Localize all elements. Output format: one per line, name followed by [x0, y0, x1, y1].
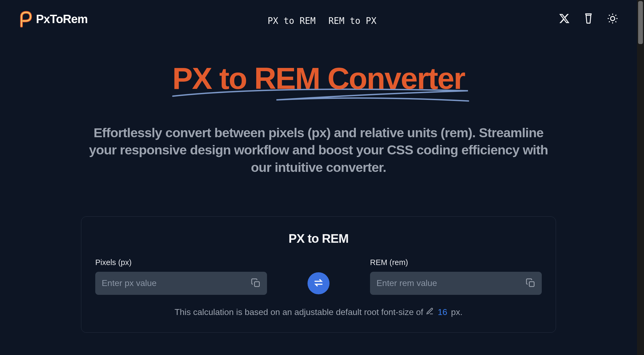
pencil-icon[interactable] — [426, 307, 434, 317]
nav-link-rem-to-px[interactable]: REM to PX — [328, 16, 376, 26]
scrollbar[interactable] — [637, 0, 644, 355]
sun-icon[interactable] — [607, 13, 618, 25]
hero: PX to REM Converter Effortlessly convert… — [0, 62, 637, 176]
page-subtitle: Effortlessly convert between pixels (px)… — [82, 124, 555, 176]
svg-rect-10 — [529, 282, 534, 287]
svg-rect-9 — [255, 282, 259, 287]
x-social-icon[interactable] — [559, 13, 570, 25]
svg-line-7 — [609, 21, 610, 22]
copy-rem-button[interactable] — [524, 276, 537, 290]
svg-line-3 — [609, 15, 610, 16]
note-prefix: This calculation is based on an adjustab… — [174, 307, 423, 317]
converter-card: PX to REM Pixels (px) — [81, 216, 556, 333]
nav-link-px-to-rem[interactable]: PX to REM — [268, 16, 316, 26]
cup-icon[interactable] — [583, 13, 594, 25]
converter-title: PX to REM — [95, 231, 542, 246]
copy-px-button[interactable] — [249, 276, 262, 290]
swap-icon — [313, 277, 324, 289]
note-suffix: px. — [451, 307, 463, 317]
converter-row: Pixels (px) — [95, 258, 542, 295]
px-label: Pixels (px) — [95, 258, 267, 267]
rem-label: REM (rem) — [370, 258, 542, 267]
copy-icon — [251, 284, 261, 288]
logo-text: PxToRem — [36, 12, 88, 26]
logo[interactable]: PxToRem — [19, 11, 88, 27]
page-title: PX to REM Converter — [172, 62, 465, 95]
rem-field-group: REM (rem) — [370, 258, 542, 295]
px-field-group: Pixels (px) — [95, 258, 267, 295]
base-font-note: This calculation is based on an adjustab… — [95, 307, 542, 317]
copy-icon — [526, 284, 535, 288]
swap-button[interactable] — [308, 272, 330, 294]
main-nav: PX to REM REM to PX — [268, 16, 376, 26]
rem-input[interactable] — [370, 272, 542, 295]
svg-line-4 — [616, 21, 616, 22]
svg-line-8 — [616, 15, 616, 16]
header-actions — [559, 13, 618, 25]
logo-icon — [19, 11, 33, 27]
scrollbar-thumb[interactable] — [638, 1, 643, 44]
base-font-value[interactable]: 16 — [437, 307, 448, 317]
px-input[interactable] — [95, 272, 267, 295]
svg-point-0 — [610, 16, 615, 21]
